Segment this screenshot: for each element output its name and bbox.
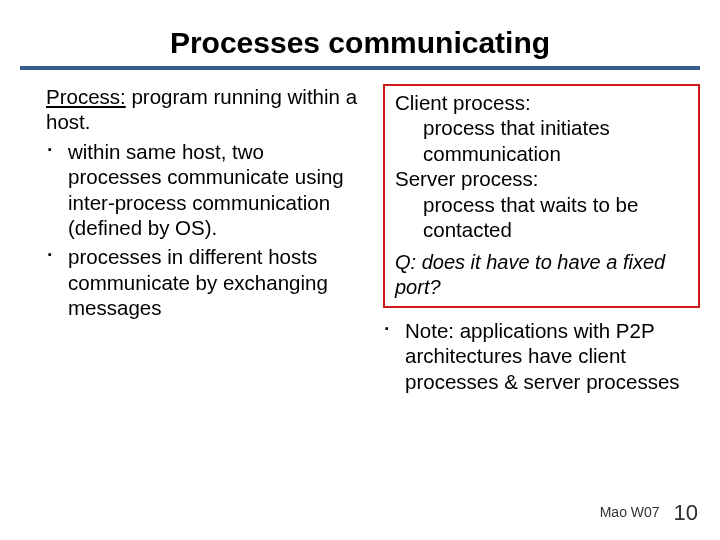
slide: Processes communicating Process: program…: [0, 0, 720, 540]
client-process-label: Client process:: [395, 91, 531, 114]
client-server-box: Client process: process that initiates c…: [383, 84, 700, 308]
footer-credit: Mao W07: [600, 504, 660, 520]
server-process-text: process that waits to be contacted: [395, 192, 688, 243]
two-column-layout: Process: program running within a host. …: [20, 84, 700, 398]
bullet1-post: (defined by OS).: [68, 216, 217, 239]
process-term: Process:: [46, 85, 126, 108]
client-process-definition: Client process: process that initiates c…: [395, 90, 688, 166]
fixed-port-question: Q: does it have to have a fixed port?: [395, 250, 688, 300]
slide-title: Processes communicating: [20, 26, 700, 60]
process-definition: Process: program running within a host.: [46, 84, 363, 135]
right-column: Client process: process that initiates c…: [379, 84, 700, 398]
server-process-label: Server process:: [395, 167, 539, 190]
left-bullet-1: within same host, two processes communic…: [46, 139, 363, 241]
slide-footer: Mao W07 10: [600, 500, 698, 526]
bullet2-pre: processes in different hosts communicate…: [68, 245, 328, 293]
left-bullet-list: within same host, two processes communic…: [46, 139, 363, 321]
left-bullet-2: processes in different hosts communicate…: [46, 244, 363, 320]
client-process-text: process that initiates communication: [395, 115, 688, 166]
left-column: Process: program running within a host. …: [20, 84, 363, 398]
right-bullet-list: Note: applications with P2P architecture…: [383, 318, 700, 394]
title-underline: [20, 66, 700, 70]
bullet1-underlined: inter-process communication: [68, 191, 330, 214]
bullet1-pre: within same host, two processes communic…: [68, 140, 344, 188]
server-process-definition: Server process: process that waits to be…: [395, 166, 688, 242]
right-bullet-note: Note: applications with P2P architecture…: [383, 318, 700, 394]
bullet2-underlined: messages: [68, 296, 161, 319]
page-number: 10: [674, 500, 698, 525]
